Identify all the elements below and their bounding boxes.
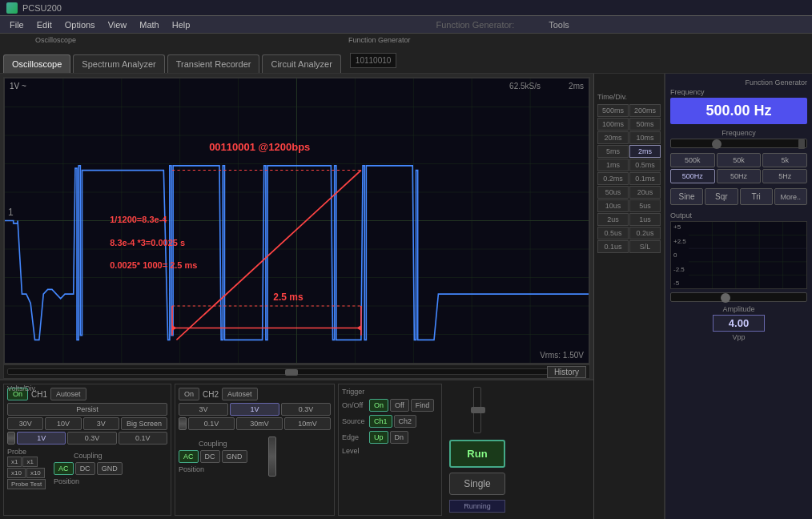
td-20us[interactable]: 20us <box>629 186 661 199</box>
ch1-01v[interactable]: 0.1V <box>119 432 167 445</box>
td-2ms[interactable]: 2ms <box>629 145 661 158</box>
td-01us[interactable]: 0.1us <box>597 240 629 253</box>
fg-panel-title: Function Generator <box>670 78 807 86</box>
tab-spectrum[interactable]: Spectrum Analyzer <box>73 54 164 73</box>
ch2-on-btn[interactable]: On <box>179 388 199 400</box>
position-label-ch2: Position <box>179 465 204 473</box>
history-button[interactable]: History <box>547 366 586 378</box>
ch2-autoset-btn[interactable]: Autoset <box>222 388 258 400</box>
probe-x1-b[interactable]: x1 <box>22 457 37 467</box>
td-02us[interactable]: 0.2us <box>629 227 661 239</box>
ch2-10mv[interactable]: 10mV <box>284 417 331 430</box>
td-5us[interactable]: 5us <box>629 199 661 212</box>
ch1-ac[interactable]: AC <box>54 462 74 475</box>
ch1-knob[interactable] <box>7 432 15 445</box>
trig-ch1-btn[interactable]: Ch1 <box>369 415 392 428</box>
td-50ms[interactable]: 50ms <box>629 118 661 131</box>
probe-test-btn[interactable]: Probe Test <box>7 479 46 489</box>
wave-more[interactable]: More.. <box>774 188 807 205</box>
run-button[interactable]: Run <box>449 440 505 468</box>
trig-on-off-label: On/Off <box>342 401 368 409</box>
menu-view[interactable]: View <box>102 18 134 31</box>
trig-dn-btn[interactable]: Dn <box>390 431 409 444</box>
td-200ms[interactable]: 200ms <box>629 104 661 117</box>
trig-off-btn[interactable]: Off <box>390 399 409 412</box>
ch1-gnd[interactable]: GND <box>97 462 123 475</box>
trig-find-btn[interactable]: Find <box>411 399 435 412</box>
ch2-gnd[interactable]: GND <box>222 450 247 463</box>
td-05us[interactable]: 0.5us <box>597 227 629 239</box>
td-5ms[interactable]: 5ms <box>597 145 629 158</box>
td-sl[interactable]: S/L <box>629 240 661 253</box>
tab-transient[interactable]: Transient Recorder <box>167 54 260 73</box>
menu-edit[interactable]: Edit <box>30 18 58 31</box>
amplitude-value[interactable]: 4.00 <box>713 315 765 332</box>
ch1-10v[interactable]: 10V <box>45 417 81 430</box>
ch2-1v[interactable]: 1V <box>230 403 279 416</box>
trig-on-btn[interactable]: On <box>369 399 388 412</box>
ch2-dc[interactable]: DC <box>200 450 220 463</box>
td-2us[interactable]: 2us <box>597 213 629 226</box>
ch1-1v[interactable]: 1V <box>17 432 66 445</box>
freq-50k[interactable]: 50k <box>717 153 762 167</box>
single-button[interactable]: Single <box>449 473 505 495</box>
wave-sine[interactable]: Sine <box>670 188 703 205</box>
freq-5hz[interactable]: 5Hz <box>762 169 807 183</box>
td-10us[interactable]: 10us <box>597 199 629 212</box>
ch1-3v[interactable]: 3V <box>83 417 119 430</box>
tab-oscilloscope[interactable]: Oscilloscope <box>3 54 70 73</box>
level-slider[interactable] <box>473 387 481 433</box>
freq-500k[interactable]: 500k <box>670 153 715 167</box>
amplitude-label: Amplitude <box>670 305 807 313</box>
persist-btn[interactable]: Persist <box>7 403 167 416</box>
ch1-30v[interactable]: 30V <box>7 417 43 430</box>
frequency-display[interactable]: 500.00 Hz <box>670 98 807 124</box>
ch2-01v[interactable]: 0.1V <box>188 417 235 430</box>
probe-x10-a[interactable]: x10 <box>7 468 26 478</box>
ch2-30mv[interactable]: 30mV <box>236 417 283 430</box>
ch2-03v[interactable]: 0.3V <box>281 403 331 416</box>
freq-50hz[interactable]: 50Hz <box>717 169 762 183</box>
ch2-knob[interactable] <box>179 417 187 430</box>
td-01ms[interactable]: 0.1ms <box>629 172 661 185</box>
freq-500hz[interactable]: 500Hz <box>670 169 715 183</box>
app-icon <box>6 2 18 14</box>
td-500ms[interactable]: 500ms <box>597 104 629 117</box>
menu-help[interactable]: Help <box>166 18 197 31</box>
svg-line-20 <box>176 171 360 340</box>
trig-up-btn[interactable]: Up <box>369 431 388 444</box>
scope-scrollbar[interactable]: History <box>3 364 590 379</box>
ch2-pos-knob[interactable] <box>268 437 276 477</box>
ch1-autoset-btn[interactable]: Autoset <box>50 388 86 400</box>
td-02ms[interactable]: 0.2ms <box>597 172 629 185</box>
status-display: Running <box>449 500 505 513</box>
ch2-ac[interactable]: AC <box>179 450 199 463</box>
ch2-3v[interactable]: 3V <box>179 403 228 416</box>
trig-ch2-btn[interactable]: Ch2 <box>394 415 417 428</box>
menu-file[interactable]: File <box>3 18 30 31</box>
ch1-big-screen[interactable]: Big Screen <box>121 417 167 430</box>
amplitude-slider[interactable] <box>670 292 807 302</box>
timediv-title: Time/Div. <box>597 93 661 101</box>
td-10ms[interactable]: 10ms <box>629 131 661 144</box>
wave-tri[interactable]: Tri <box>740 188 773 205</box>
ch1-03v[interactable]: 0.3V <box>67 432 116 445</box>
probe-x1-a[interactable]: x1 <box>7 457 22 467</box>
td-100ms[interactable]: 100ms <box>597 118 629 131</box>
tab-circuit[interactable]: Circuit Analyzer <box>262 54 340 73</box>
menu-options[interactable]: Options <box>58 18 102 31</box>
td-05ms[interactable]: 0.5ms <box>629 159 661 171</box>
td-1ms[interactable]: 1ms <box>597 159 629 171</box>
scrollbar-thumb[interactable] <box>285 369 298 376</box>
td-1us[interactable]: 1us <box>629 213 661 226</box>
wave-sqr[interactable]: Sqr <box>705 188 738 205</box>
scrollbar-track[interactable] <box>7 368 586 375</box>
tools-label[interactable]: Tools <box>549 20 569 30</box>
td-20ms[interactable]: 20ms <box>597 131 629 144</box>
fg-freq-slider[interactable] <box>670 139 807 148</box>
probe-x10-b[interactable]: x10 <box>26 468 45 478</box>
menu-math[interactable]: Math <box>133 18 165 31</box>
freq-5k[interactable]: 5k <box>762 153 807 167</box>
td-50us[interactable]: 50us <box>597 186 629 199</box>
ch1-dc[interactable]: DC <box>75 462 95 475</box>
